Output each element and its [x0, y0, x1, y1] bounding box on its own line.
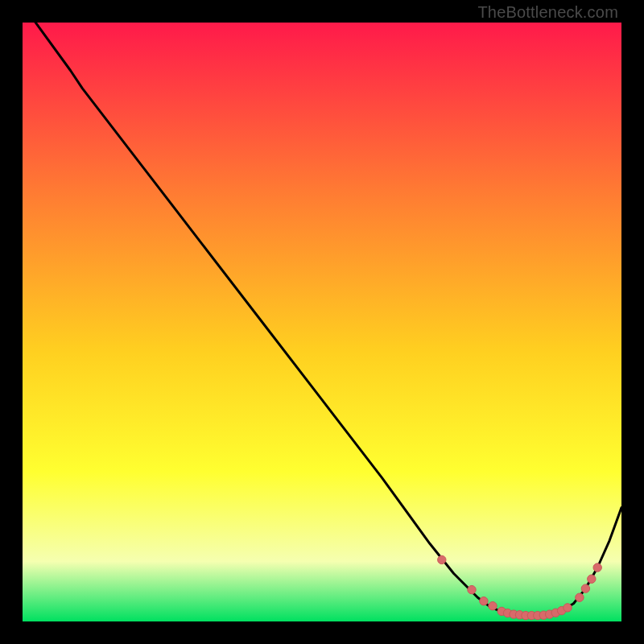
marker-point	[489, 602, 497, 610]
marker-point	[593, 564, 601, 572]
marker-point	[438, 555, 446, 564]
marker-point	[564, 604, 572, 612]
marker-point	[588, 575, 596, 583]
marker-point	[576, 593, 584, 601]
chart-frame	[23, 23, 621, 621]
marker-point	[480, 597, 488, 605]
watermark-text: TheBottleneck.com	[477, 3, 618, 22]
gradient-background	[23, 23, 621, 621]
bottleneck-chart	[23, 23, 621, 621]
marker-point	[581, 584, 589, 592]
marker-point	[468, 585, 476, 593]
